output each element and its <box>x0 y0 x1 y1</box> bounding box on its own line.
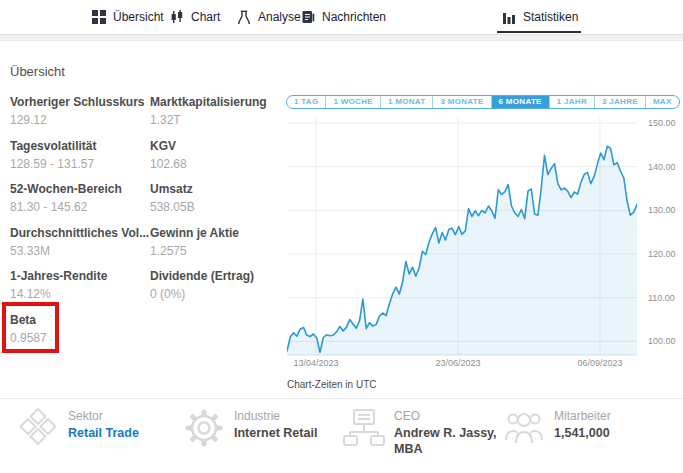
tab-chart[interactable]: Chart <box>170 0 220 33</box>
tab-label: Nachrichten <box>322 10 386 24</box>
time-range-selector: 1 TAG 1 WOCHE 1 MONAT 3 MONATE 6 MONATE … <box>286 95 680 109</box>
stat-beta: Beta 0.9587 <box>10 313 150 357</box>
header-separator <box>0 34 683 41</box>
x-axis-tick: 13/04/2023 <box>286 358 346 368</box>
fact-value: Internet Retail <box>234 426 317 442</box>
diamonds-icon <box>16 406 60 450</box>
stat-vorheriger-schlusskurs: Vorheriger Schlusskurs 129.12 <box>10 95 150 139</box>
news-icon <box>301 10 315 24</box>
fact-mitarbeiter: Mitarbeiter 1,541,000 <box>502 406 611 450</box>
tab-label: Analyse <box>258 10 301 24</box>
y-axis-tick: 140.00 <box>648 162 683 172</box>
fact-ceo: CEO Andrew R. Jassy, MBA <box>342 406 506 457</box>
price-chart: 150.00 140.00 130.00 120.00 110.00 100.0… <box>287 112 683 402</box>
overview-section-title: Übersicht <box>10 64 65 79</box>
stat-dividende: Dividende (Ertrag) 0 (0%) <box>150 269 284 313</box>
tab-nachrichten[interactable]: Nachrichten <box>301 0 386 33</box>
tab-label: Chart <box>191 10 220 24</box>
range-3-jahre[interactable]: 3 JAHRE <box>595 96 646 108</box>
stat-durchschnittliches-volumen: Durchschnittliches Vol... 53.33M <box>10 226 150 270</box>
chart-timezone-caption: Chart-Zeiten in UTC <box>287 379 376 390</box>
gear-icon <box>182 406 226 450</box>
stat-marktkapitalisierung: Marktkapitalisierung 1.32T <box>150 95 284 139</box>
y-axis-tick: 110.00 <box>648 293 683 303</box>
y-axis-tick: 100.00 <box>648 336 683 346</box>
fact-value: Andrew R. Jassy, MBA <box>394 426 506 457</box>
x-axis-tick: 06/09/2023 <box>570 358 630 368</box>
fact-label: Sektor <box>68 409 139 423</box>
y-axis-tick: 120.00 <box>648 249 683 259</box>
stat-kgv: KGV 102.68 <box>150 139 284 183</box>
tab-uebersicht[interactable]: Übersicht <box>92 0 164 33</box>
tab-label: Statistiken <box>523 10 578 24</box>
x-axis-tick: 23/06/2023 <box>428 358 488 368</box>
range-6-monate[interactable]: 6 MONATE <box>492 96 550 108</box>
stat-umsatz: Umsatz 538.05B <box>150 182 284 226</box>
sector-link[interactable]: Retail Trade <box>68 426 139 442</box>
stat-52-wochen-bereich: 52-Wochen-Bereich 81.30 - 145.62 <box>10 182 150 226</box>
fact-label: CEO <box>394 409 506 423</box>
footer-divider <box>0 398 683 399</box>
fact-value: 1,541,000 <box>554 426 611 442</box>
active-tab-underline <box>497 31 581 33</box>
bar-chart-icon <box>502 10 516 24</box>
tab-statistiken[interactable]: Statistiken <box>502 0 578 33</box>
stat-gewinn-je-aktie: Gewinn je Aktie 1.2575 <box>150 226 284 270</box>
fact-label: Mitarbeiter <box>554 409 611 423</box>
range-1-jahr[interactable]: 1 JAHR <box>550 96 595 108</box>
stat-tagesvolatilitaet: Tagesvolatilität 128.59 - 131.57 <box>10 139 150 183</box>
tab-bar: Übersicht Chart Analyse Nachrichten Stat… <box>0 0 683 34</box>
y-axis-tick: 150.00 <box>648 118 683 128</box>
chart-canvas[interactable] <box>287 112 637 357</box>
fact-label: Industrie <box>234 409 317 423</box>
tab-analyse[interactable]: Analyse <box>237 0 301 33</box>
range-1-tag[interactable]: 1 TAG <box>287 96 326 108</box>
candlestick-icon <box>170 10 184 24</box>
org-chart-icon <box>342 406 386 450</box>
y-axis-tick: 130.00 <box>648 205 683 215</box>
range-1-monat[interactable]: 1 MONAT <box>381 96 434 108</box>
grid-icon <box>92 10 106 24</box>
range-max[interactable]: MAX <box>646 96 679 108</box>
tab-label: Übersicht <box>113 10 164 24</box>
fact-industrie: Industrie Internet Retail <box>182 406 317 450</box>
stats-grid: Vorheriger Schlusskurs 129.12 Marktkapit… <box>10 95 284 357</box>
flask-icon <box>237 10 251 24</box>
stat-1-jahres-rendite: 1-Jahres-Rendite 14.12% <box>10 269 150 313</box>
fact-sektor: Sektor Retail Trade <box>16 406 139 450</box>
range-3-monate[interactable]: 3 MONATE <box>433 96 491 108</box>
range-1-woche[interactable]: 1 WOCHE <box>326 96 380 108</box>
people-icon <box>502 406 546 450</box>
